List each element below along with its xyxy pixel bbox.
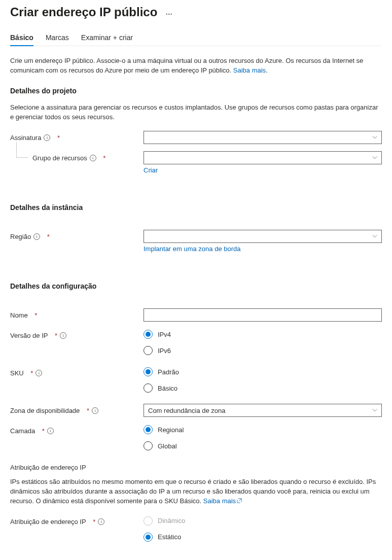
radio-ipv6-label: IPv6: [158, 347, 171, 355]
row-region: Região i * Implantar em uma zona de bord…: [10, 230, 382, 253]
intro-text: Crie um endereço IP público. Associe-o a…: [10, 56, 382, 76]
sku-radio-group: Padrão Básico: [144, 366, 382, 393]
row-resource-group: Grupo de recursos i * Criar: [10, 151, 382, 174]
region-label: Região i *: [10, 230, 139, 243]
ip-version-radio-group: IPv4 IPv6: [144, 329, 382, 355]
radio-icon: [144, 516, 153, 526]
required-marker: *: [55, 332, 57, 339]
radio-ipassign-dynamic: Dinâmico: [144, 516, 382, 526]
deploy-edge-zone-link[interactable]: Implantar em uma zona de borda: [144, 245, 241, 253]
row-tier: Camada * i Regional Global: [10, 424, 382, 450]
row-subscription: Assinatura i *: [10, 131, 382, 144]
radio-icon: [144, 367, 153, 376]
radio-ipv4-label: IPv4: [158, 331, 171, 338]
create-resource-group-link[interactable]: Criar: [144, 166, 158, 174]
required-marker: *: [30, 369, 33, 377]
radio-ipassign-static[interactable]: Estático: [144, 533, 382, 542]
tab-marcas-label: Marcas: [46, 33, 69, 42]
row-name: Nome *: [10, 308, 382, 322]
row-sku: SKU * i Padrão Básico: [10, 366, 382, 393]
intro-learn-more-link[interactable]: Saiba mais: [233, 66, 266, 74]
required-marker: *: [87, 407, 89, 414]
radio-sku-basic[interactable]: Básico: [144, 383, 382, 393]
tier-label: Camada * i: [10, 424, 139, 437]
ip-assignment-desc: IPs estáticos são atribuídos no mesmo mo…: [10, 477, 382, 506]
radio-ipv6[interactable]: IPv6: [144, 346, 382, 355]
required-marker: *: [103, 154, 105, 162]
external-link-icon: [237, 498, 242, 503]
radio-icon: [144, 330, 153, 339]
ip-assignment-desc-text: IPs estáticos são atribuídos no mesmo mo…: [10, 478, 376, 505]
info-icon[interactable]: i: [44, 134, 50, 141]
info-icon[interactable]: i: [33, 233, 40, 240]
tab-basico-label: Básico: [10, 33, 33, 42]
info-icon[interactable]: i: [60, 332, 66, 339]
chevron-down-icon: [372, 234, 377, 239]
radio-sku-basic-label: Básico: [158, 384, 177, 392]
page-title: Criar endereço IP público …: [10, 5, 382, 19]
required-marker: *: [47, 233, 50, 240]
ip-assignment-label: Atribuição de endereço IP * i: [10, 515, 139, 529]
tier-radio-group: Regional Global: [144, 424, 382, 450]
name-label: Nome *: [10, 308, 139, 322]
subscription-label: Assinatura i *: [10, 131, 139, 144]
radio-sku-standard-label: Padrão: [158, 368, 179, 376]
more-actions-icon[interactable]: …: [165, 8, 173, 16]
availability-zone-select[interactable]: Com redundância de zona: [144, 404, 382, 417]
ip-assignment-heading: Atribuição de endereço IP: [10, 464, 382, 471]
tabs: Básico Marcas Examinar + criar: [10, 30, 382, 46]
availability-zone-label: Zona de disponibilidade * i: [10, 404, 139, 417]
subscription-label-text: Assinatura: [10, 134, 41, 142]
name-input[interactable]: [144, 308, 382, 322]
info-icon[interactable]: i: [47, 428, 54, 434]
sku-label-text: SKU: [10, 369, 24, 377]
section-project-heading: Detalhes do projeto: [10, 87, 382, 95]
region-label-text: Região: [10, 233, 31, 240]
tab-basico[interactable]: Básico: [10, 30, 33, 46]
radio-tier-global-label: Global: [158, 442, 177, 450]
name-label-text: Nome: [10, 311, 28, 319]
radio-sku-standard[interactable]: Padrão: [144, 367, 382, 376]
radio-tier-global[interactable]: Global: [144, 441, 382, 450]
row-ip-assignment: Atribuição de endereço IP * i Dinâmico E…: [10, 515, 382, 542]
info-icon[interactable]: i: [98, 518, 104, 525]
tab-examinar[interactable]: Examinar + criar: [81, 30, 133, 46]
resource-group-label-text: Grupo de recursos: [32, 154, 87, 162]
ip-assignment-learn-more-text: Saiba mais: [203, 497, 236, 505]
availability-zone-value: Com redundância de zona: [148, 407, 226, 414]
row-availability-zone: Zona de disponibilidade * i Com redundân…: [10, 404, 382, 417]
required-marker: *: [42, 427, 45, 435]
radio-icon: [144, 441, 153, 450]
tab-examinar-label: Examinar + criar: [81, 33, 133, 42]
required-marker: *: [57, 134, 60, 142]
radio-icon: [144, 383, 153, 393]
sku-label: SKU * i: [10, 366, 139, 379]
page-title-text: Criar endereço IP público: [10, 5, 157, 19]
info-icon[interactable]: i: [92, 407, 98, 414]
tier-label-text: Camada: [10, 427, 35, 435]
ip-assignment-learn-more-link[interactable]: Saiba mais: [203, 497, 242, 505]
resource-group-select[interactable]: [144, 151, 382, 164]
ip-version-label-text: Versão de IP: [10, 332, 48, 339]
radio-ipv4[interactable]: IPv4: [144, 330, 382, 339]
chevron-down-icon: [372, 155, 377, 160]
chevron-down-icon: [372, 135, 377, 140]
section-instance-heading: Detalhes da instância: [10, 203, 382, 212]
radio-icon: [144, 425, 153, 434]
info-icon[interactable]: i: [90, 155, 96, 161]
intro-text-span: Crie um endereço IP público. Associe-o a…: [10, 57, 363, 74]
radio-icon: [144, 346, 153, 355]
radio-tier-regional[interactable]: Regional: [144, 425, 382, 434]
section-config-heading: Detalhes da configuração: [10, 282, 382, 290]
info-icon[interactable]: i: [35, 370, 42, 376]
availability-zone-label-text: Zona de disponibilidade: [10, 407, 80, 414]
subscription-select[interactable]: [144, 131, 382, 144]
row-ip-version: Versão de IP * i IPv4 IPv6: [10, 329, 382, 355]
radio-ipassign-dynamic-label: Dinâmico: [158, 517, 185, 524]
ip-assignment-label-text: Atribuição de endereço IP: [10, 518, 86, 526]
tab-marcas[interactable]: Marcas: [46, 30, 69, 46]
radio-ipassign-static-label: Estático: [158, 533, 181, 541]
region-select[interactable]: [144, 230, 382, 243]
ip-version-label: Versão de IP * i: [10, 329, 139, 342]
resource-group-label: Grupo de recursos i *: [10, 151, 139, 164]
